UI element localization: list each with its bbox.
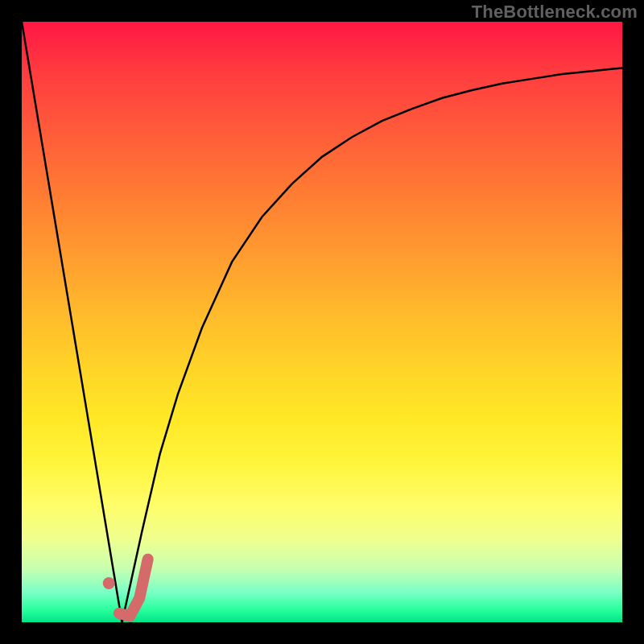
plot-background-gradient bbox=[22, 22, 622, 622]
chart-frame: TheBottleneck.com bbox=[0, 0, 644, 644]
watermark-text: TheBottleneck.com bbox=[472, 2, 638, 23]
